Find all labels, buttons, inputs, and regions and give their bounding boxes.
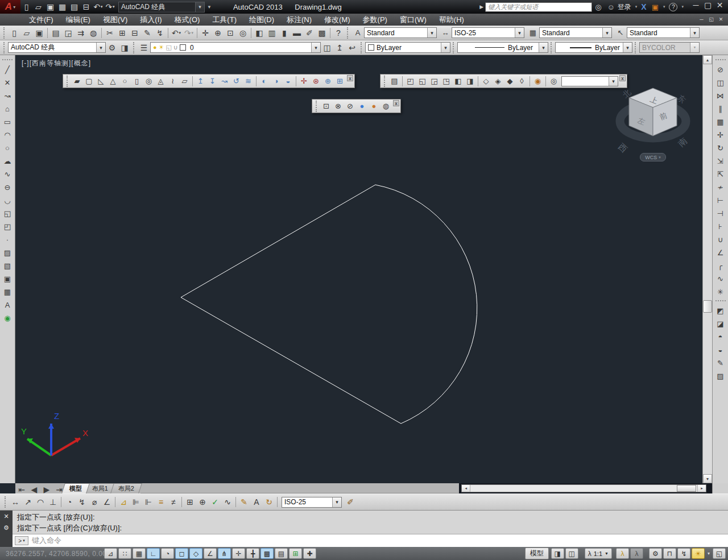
layer-previous-button[interactable]: ↩ <box>346 42 358 54</box>
revision-cloud-button[interactable]: ☁ <box>1 155 14 168</box>
subtract-button[interactable]: ◑ <box>270 75 282 87</box>
table-button[interactable]: ▦ <box>1 285 14 298</box>
grid-display-toggle[interactable]: ▦ <box>133 548 146 559</box>
linetype-select[interactable]: ByLayer <box>457 42 548 53</box>
undo-button[interactable]: ↶▾ <box>170 27 183 39</box>
erase-button[interactable]: ⊘ <box>714 63 727 76</box>
close-icon[interactable]: x <box>347 75 353 81</box>
cylinder-button[interactable]: ▯ <box>131 75 143 87</box>
dim-style-select[interactable]: ISO-25 <box>282 497 342 508</box>
menu-window[interactable]: 窗口(W) <box>394 14 433 26</box>
inspect-dimension-button[interactable]: ✓ <box>209 496 221 508</box>
workspace-settings-button[interactable]: ⚙ <box>106 42 118 54</box>
coordinates-readout[interactable]: 36276.2557, 42706.8590, 0.0000 <box>0 550 104 558</box>
status-menu-icon[interactable]: ▾ <box>708 551 710 556</box>
help-dropdown-icon[interactable]: ▾ <box>681 5 684 9</box>
paste-button[interactable]: ⊟ <box>129 27 141 39</box>
multiline-text-button[interactable]: A <box>1 298 14 312</box>
save-workspace-button[interactable]: ◨ <box>118 42 131 54</box>
explode-button[interactable]: ✳ <box>714 285 727 298</box>
toolbar-grip[interactable] <box>3 27 6 39</box>
tab-layout2[interactable]: 布局2 <box>110 483 142 493</box>
layer-vp-freeze-icon[interactable]: ◱ <box>166 44 172 51</box>
viewport-dialog-button[interactable]: ◎ <box>548 75 560 87</box>
arc-length-dimension-button[interactable]: ◠ <box>34 496 47 508</box>
markup-manager-button[interactable]: ✐ <box>303 27 316 39</box>
plot-preview-button[interactable]: ◲ <box>62 27 75 39</box>
realistic-button[interactable]: ● <box>356 100 368 112</box>
exchange-apps-button[interactable]: X <box>641 2 646 11</box>
polar-tracking-toggle[interactable]: ◔ <box>161 548 174 559</box>
infer-constraints-toggle[interactable]: ⊿ <box>104 548 117 559</box>
menu-help[interactable]: 帮助(H) <box>433 14 470 26</box>
menu-view[interactable]: 视图(V) <box>97 14 134 26</box>
extend-button[interactable]: ⊢ <box>714 194 727 207</box>
command-close-icon[interactable]: ✕ <box>3 511 9 522</box>
presspull-button[interactable]: ↧ <box>206 75 218 87</box>
tool-palettes-button[interactable]: ▮ <box>278 27 291 39</box>
jogged-dimension-button[interactable]: ↯ <box>76 496 88 508</box>
close-icon[interactable]: x <box>619 75 626 81</box>
text-style-select[interactable]: Standard <box>364 27 437 38</box>
3d-move-button[interactable]: ✢ <box>298 75 310 87</box>
join-button[interactable]: ∪ <box>714 233 727 246</box>
toolbar-grip[interactable] <box>551 42 553 53</box>
toolbar-grip[interactable] <box>133 42 135 53</box>
layer-on-icon[interactable]: ● <box>153 44 157 51</box>
ellipse-button[interactable]: ⊖ <box>1 181 14 194</box>
command-input-placeholder[interactable]: 键入命令 <box>32 536 61 546</box>
loft-button[interactable]: ≋ <box>242 75 254 87</box>
send-under-objects-button[interactable]: ◒ <box>714 343 727 356</box>
union-button[interactable]: ◐ <box>258 75 270 87</box>
circle-button[interactable]: ○ <box>1 142 14 155</box>
toolbar-grip[interactable] <box>453 42 455 53</box>
tab-model[interactable]: 模型 <box>61 483 90 493</box>
toolbar-grip[interactable] <box>3 42 6 53</box>
qat-new-button[interactable]: ▯ <box>20 1 32 13</box>
offset-button[interactable]: ∥ <box>714 102 727 115</box>
edit-dimension-text-button[interactable]: A <box>250 496 263 508</box>
vertical-scrollbar[interactable]: ▴ ▾ <box>702 55 712 483</box>
sw-isometric-button[interactable]: ◇ <box>480 75 492 87</box>
move-button[interactable]: ✢ <box>714 128 727 142</box>
sign-in-button[interactable]: 登录 <box>618 2 631 12</box>
layer-properties-button[interactable]: ☰ <box>138 42 150 54</box>
menu-parametric[interactable]: 参数(P) <box>357 14 394 26</box>
designcenter-button[interactable]: ▥ <box>266 27 278 39</box>
auto-annotation-scale-button[interactable]: λ <box>630 548 643 559</box>
quickcalc-button[interactable]: ▩ <box>316 27 328 39</box>
save-button[interactable]: ▣ <box>33 27 46 39</box>
ne-isometric-button[interactable]: ◆ <box>504 75 516 87</box>
scrollbar-right-icon[interactable]: ▸ <box>697 485 706 492</box>
stretch-button[interactable]: ⇱ <box>714 168 727 181</box>
helix-button[interactable]: ≀ <box>167 75 179 87</box>
zoom-realtime-button[interactable]: ⊕ <box>212 27 224 39</box>
publish-button[interactable]: ⇉ <box>75 27 87 39</box>
command-input-row[interactable]: > ▾ 键入命令 <box>13 534 728 547</box>
3d-dwf-button[interactable]: ◍ <box>87 27 100 39</box>
help-icon[interactable]: ? <box>669 3 677 11</box>
line-button[interactable]: ╱ <box>1 63 14 76</box>
view-cube[interactable]: 北 东 西 南 上 左 前 <box>613 84 693 159</box>
horizontal-scrollbar[interactable]: ◂ ▸ <box>461 484 706 492</box>
revolve-button[interactable]: ↺ <box>230 75 242 87</box>
layer-select[interactable]: ●☀◱∪ 0 <box>150 42 321 53</box>
toolbar-grip[interactable] <box>2 59 13 61</box>
make-object-layer-current-button[interactable]: ↥ <box>333 42 346 54</box>
trim-button[interactable]: ≁ <box>714 181 727 194</box>
top-view-button[interactable]: ◰ <box>404 75 416 87</box>
search-input[interactable] <box>485 2 592 12</box>
menu-draw[interactable]: 绘图(D) <box>243 14 280 26</box>
workspace-toolbar-select[interactable]: AutoCAD 经典 <box>8 42 106 53</box>
lineweight-select[interactable]: ByLayer <box>555 42 632 53</box>
window-minimize-button[interactable]: ─ <box>690 0 702 11</box>
menu-file[interactable]: 文件(F) <box>23 14 60 26</box>
wedge-button[interactable]: ◺ <box>95 75 107 87</box>
manage-visual-styles-button[interactable]: ◍ <box>380 100 392 112</box>
array-button[interactable]: ▦ <box>714 115 727 128</box>
command-prompt-icon[interactable]: > ▾ <box>15 536 28 545</box>
object-color-select[interactable]: ByLayer <box>365 42 450 53</box>
dynamic-ucs-toggle[interactable]: ⋔ <box>218 548 231 559</box>
mdi-minimize-button[interactable]: ─ <box>697 15 706 24</box>
communication-center-icon[interactable]: ▣ <box>652 3 659 11</box>
